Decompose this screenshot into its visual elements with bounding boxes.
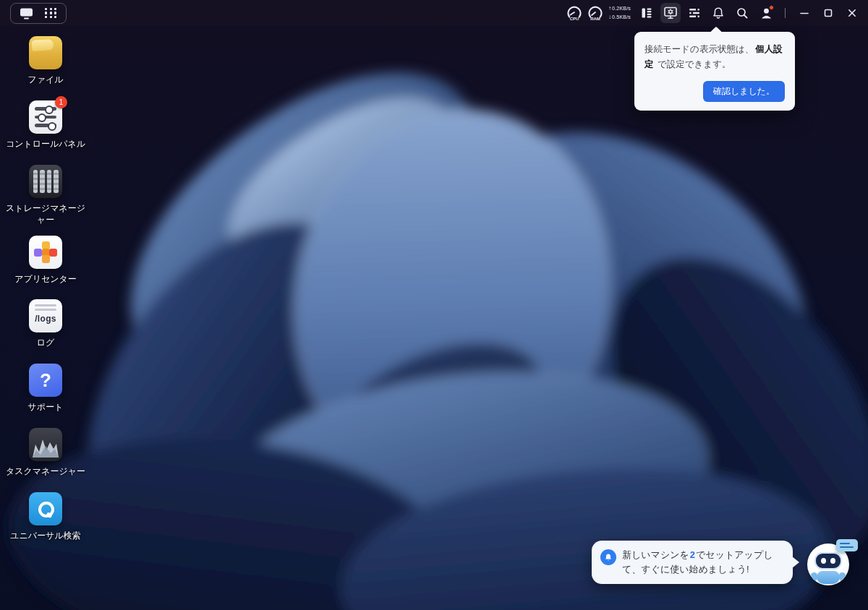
desktop-icon-storage-manager[interactable]: ストレージマネージャー [5, 165, 86, 225]
storage-manager-icon [29, 165, 62, 198]
cpu-gauge-needle [570, 12, 574, 15]
cpu-gauge-label: CPU [570, 17, 579, 21]
desktop-icon-task-manager[interactable]: タスクマネージャー [5, 428, 86, 478]
bell-icon [604, 553, 613, 562]
ram-gauge[interactable]: RAM [587, 4, 604, 22]
drive-bay [47, 170, 52, 193]
drive-bay [40, 170, 45, 193]
assistant-mascot[interactable] [807, 541, 855, 588]
desktop-icon-control-panel[interactable]: 1 コントロールパネル [5, 100, 86, 150]
mascot-visor [814, 552, 842, 570]
desktop-icon-label: ユニバーサル検索 [5, 530, 86, 542]
bell-icon [712, 7, 725, 20]
window-controls-divider [785, 8, 786, 18]
upload-speed: 0.2KB/s [612, 5, 631, 12]
user-notification-dot [769, 5, 774, 10]
minimize-button[interactable] [794, 3, 814, 23]
upload-arrow-icon: ↑ [608, 4, 611, 13]
slider-row [35, 116, 56, 119]
desktop-icon-support[interactable]: ? サポート [5, 364, 86, 413]
topbar: CPU RAM ↑ 0.2KB/s ↓ 0.5KB/s [0, 0, 868, 26]
download-arrow-icon: ↓ [608, 13, 611, 22]
desktop: CPU RAM ↑ 0.2KB/s ↓ 0.5KB/s [0, 0, 868, 610]
drive-bay [33, 170, 38, 193]
universal-search-icon [29, 492, 62, 525]
mascot-chat-icon [836, 539, 858, 551]
log-line [35, 309, 56, 311]
app-launcher-button[interactable] [45, 8, 57, 19]
assistant-message-before: 新しいマシンを [622, 549, 689, 560]
assistant-message-link[interactable]: 2 [690, 549, 695, 560]
widgets-panel-icon [640, 7, 653, 20]
close-icon [847, 8, 857, 18]
search-button[interactable] [732, 3, 752, 23]
confirm-button[interactable]: 確認しました。 [703, 81, 785, 102]
files-folder-icon [29, 36, 62, 69]
desktop-icon-universal-search[interactable]: ユニバーサル検索 [5, 492, 86, 542]
notifications-button[interactable] [708, 3, 728, 23]
close-button[interactable] [842, 3, 862, 23]
mascot-eye [830, 558, 835, 564]
mascot-body [817, 571, 840, 584]
assistant-message: 新しいマシンを2でセットアップして、すぐに使い始めましょう! [622, 548, 784, 577]
mascot-arm [839, 572, 846, 581]
ram-gauge-label: RAM [590, 17, 600, 21]
question-mark-glyph: ? [40, 369, 51, 392]
desktop-icon-label: アプリセンター [5, 274, 86, 285]
desktop-icon-label: ストレージマネージャー [5, 203, 86, 225]
widgets-panel-button[interactable] [637, 3, 657, 23]
tooltip-text: 接続モードの表示状態は、個人設定 で設定できます。 [644, 42, 785, 72]
task-manager-icon [29, 428, 62, 461]
download-speed: 0.5KB/s [612, 14, 631, 21]
connection-mode-icon [663, 6, 678, 20]
mascot-eye [821, 558, 826, 564]
show-desktop-button[interactable] [20, 7, 33, 20]
cpu-gauge[interactable]: CPU [566, 4, 583, 22]
tooltip-text-after: で設定できます。 [655, 59, 731, 69]
ram-gauge-needle [592, 12, 595, 15]
desktop-icon-label: コントロールパネル [5, 139, 86, 150]
desktop-icon-files[interactable]: ファイル [5, 36, 86, 86]
support-icon: ? [29, 364, 62, 397]
log-line [35, 304, 56, 306]
background-tasks-button[interactable] [684, 3, 705, 23]
assistant-bubble[interactable]: 新しいマシンを2でセットアップして、すぐに使い始めましょう! [592, 541, 793, 584]
desktop-icon-app-center[interactable]: アプリセンター [5, 236, 86, 285]
minimize-icon [799, 8, 809, 18]
magnifier-glyph [38, 502, 53, 516]
notification-badge: 1 [55, 96, 67, 108]
desktop-icon-logs[interactable]: /logs ログ [5, 299, 86, 349]
topbar-right: CPU RAM ↑ 0.2KB/s ↓ 0.5KB/s [566, 3, 862, 23]
logs-icon: /logs [29, 299, 62, 332]
desktop-icon-label: サポート [5, 402, 86, 413]
background-tasks-icon [688, 7, 701, 20]
control-panel-icon: 1 [29, 100, 62, 134]
search-icon [736, 7, 749, 20]
launcher-group [10, 3, 67, 24]
user-menu-button[interactable] [756, 3, 776, 23]
maximize-button[interactable] [818, 3, 838, 23]
desktop-icon-label: タスクマネージャー [5, 466, 86, 478]
assistant-bell-badge [600, 549, 616, 565]
mascot-arm [811, 572, 817, 581]
connection-mode-button[interactable] [660, 3, 681, 23]
slider-row [35, 107, 56, 111]
apps-grid-icon [45, 8, 57, 19]
slider-row [35, 124, 56, 127]
desktop-icon [20, 7, 33, 20]
topbar-left [10, 3, 67, 24]
app-center-icon [29, 236, 62, 269]
maximize-icon [823, 8, 833, 18]
connection-mode-tooltip: 接続モードの表示状態は、個人設定 で設定できます。 確認しました。 [634, 32, 795, 111]
assistant-widget: 新しいマシンを2でセットアップして、すぐに使い始めましょう! [592, 541, 855, 588]
tooltip-text-before: 接続モードの表示状態は、 [644, 44, 754, 54]
drive-bay [54, 170, 59, 193]
logs-icon-text: /logs [35, 314, 56, 324]
network-speed-indicator[interactable]: ↑ 0.2KB/s ↓ 0.5KB/s [608, 4, 631, 21]
desktop-icon-label: ログ [5, 338, 86, 349]
desktop-icon-label: ファイル [5, 74, 86, 86]
bubble-tail [792, 557, 799, 568]
